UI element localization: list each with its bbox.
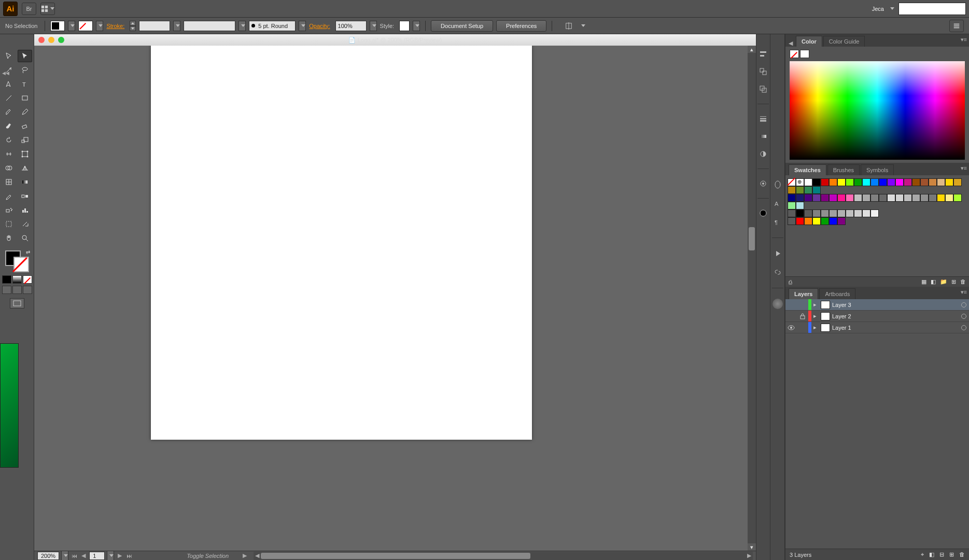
swatch[interactable] xyxy=(920,178,929,186)
mini-fill-none[interactable] xyxy=(790,50,799,58)
tab-swatches[interactable]: Swatches xyxy=(789,164,826,175)
swatch[interactable] xyxy=(862,194,870,202)
scroll-right-arrow[interactable]: ▶ xyxy=(746,552,753,559)
swatch[interactable] xyxy=(846,209,854,217)
user-name[interactable]: Jeca xyxy=(872,6,884,12)
swatch[interactable] xyxy=(829,194,837,202)
swatch[interactable] xyxy=(821,209,829,217)
swatch[interactable] xyxy=(920,194,929,202)
swatch[interactable] xyxy=(854,178,862,186)
color-spectrum[interactable] xyxy=(790,61,965,160)
swatch[interactable] xyxy=(953,178,962,186)
swatch[interactable] xyxy=(788,186,796,194)
tab-color-guide[interactable]: Color Guide xyxy=(823,36,865,47)
expand-layer-icon[interactable]: ▸ xyxy=(811,301,819,308)
control-panel-menu[interactable] xyxy=(949,20,964,32)
lasso-tool[interactable] xyxy=(18,64,32,76)
width-tool[interactable] xyxy=(2,148,16,160)
draw-normal[interactable] xyxy=(2,286,11,294)
artboard-tool[interactable] xyxy=(2,218,16,230)
zoom-field[interactable]: 200% xyxy=(37,552,59,560)
swatch[interactable] xyxy=(821,217,829,225)
swatch[interactable] xyxy=(945,194,953,202)
panel-icon-appearance[interactable] xyxy=(758,178,768,189)
panel-menu-button[interactable]: ▾≡ xyxy=(961,165,967,172)
swap-fill-stroke-icon[interactable]: ⇄ xyxy=(26,249,30,255)
horizontal-scroll-thumb[interactable] xyxy=(261,553,530,559)
expand-layer-icon[interactable]: ▸ xyxy=(811,313,819,319)
target-icon[interactable] xyxy=(959,314,969,319)
opacity-label[interactable]: Opacity: xyxy=(309,23,330,29)
panel-icon-graphic-styles[interactable] xyxy=(758,208,768,218)
selection-tool[interactable] xyxy=(2,50,16,62)
tab-color[interactable]: Color xyxy=(796,36,822,47)
eyedropper-tool[interactable] xyxy=(2,190,16,202)
eraser-tool[interactable] xyxy=(18,120,32,132)
swatch[interactable] xyxy=(837,194,846,202)
new-layer-icon[interactable]: ⊞ xyxy=(949,551,954,558)
stroke-color-box[interactable] xyxy=(13,257,29,272)
scale-tool[interactable] xyxy=(18,134,32,146)
swatch-kind-menu[interactable]: ▦ xyxy=(921,278,926,285)
panel-icon-stroke[interactable] xyxy=(758,114,768,124)
swatch[interactable] xyxy=(804,217,812,225)
document-setup-button[interactable]: Document Setup xyxy=(431,20,493,32)
collapse-arrows-icon[interactable]: ◀◀ xyxy=(2,71,9,76)
last-artboard-button[interactable]: ⏭ xyxy=(125,552,133,559)
panel-icon-opentype[interactable]: ¶ xyxy=(773,217,783,227)
mesh-tool[interactable] xyxy=(2,176,16,188)
zoom-window-button[interactable] xyxy=(58,37,64,43)
paintbrush-tool[interactable] xyxy=(2,106,16,118)
perspective-grid-tool[interactable] xyxy=(18,162,32,174)
swatch-options-icon[interactable]: ◧ xyxy=(931,278,936,285)
column-graph-tool[interactable] xyxy=(18,204,32,216)
swatch[interactable] xyxy=(929,194,937,202)
swatch[interactable] xyxy=(870,178,879,186)
swatch[interactable] xyxy=(945,178,953,186)
close-window-button[interactable] xyxy=(38,37,45,43)
swatch[interactable] xyxy=(895,194,904,202)
status-next-button[interactable]: ▶ xyxy=(241,552,248,559)
visibility-toggle[interactable] xyxy=(785,325,797,330)
swatch[interactable] xyxy=(796,202,804,209)
brush-definition[interactable]: 5 pt. Round xyxy=(249,21,296,31)
layer-name[interactable]: Layer 1 xyxy=(832,325,959,331)
graphic-style-dropdown[interactable] xyxy=(413,21,420,31)
swatch[interactable] xyxy=(812,194,821,202)
new-color-group-icon[interactable]: 📁 xyxy=(940,278,947,285)
delete-layer-icon[interactable]: 🗑 xyxy=(959,551,965,558)
graphic-style-swatch[interactable] xyxy=(399,21,410,31)
vertical-scrollbar[interactable]: ▴ ▾ xyxy=(748,46,756,551)
swatch[interactable] xyxy=(912,178,920,186)
swatch-libraries-icon[interactable]: ⎙ xyxy=(789,279,792,285)
swatch[interactable] xyxy=(937,178,945,186)
swatch[interactable] xyxy=(937,194,945,202)
stroke-label[interactable]: Stroke: xyxy=(106,23,124,29)
swatch[interactable] xyxy=(812,209,821,217)
slice-tool[interactable] xyxy=(18,218,32,230)
color-mode-solid[interactable] xyxy=(2,275,11,284)
panel-menu-button[interactable]: ▾≡ xyxy=(961,289,967,296)
panel-icon-pathfinder[interactable] xyxy=(758,84,768,94)
type-tool[interactable]: T xyxy=(18,78,32,90)
zoom-tool[interactable] xyxy=(18,232,32,244)
blend-tool[interactable] xyxy=(18,190,32,202)
stroke-dropdown[interactable] xyxy=(96,21,103,31)
shape-builder-tool[interactable] xyxy=(2,162,16,174)
swatch[interactable] xyxy=(788,202,796,209)
screen-mode-button[interactable] xyxy=(10,298,24,309)
chevron-down-icon[interactable] xyxy=(581,24,585,27)
fill-stroke-indicator[interactable]: ⇄ xyxy=(4,249,30,273)
panel-icon-actions[interactable] xyxy=(773,248,783,259)
swatch[interactable] xyxy=(804,186,812,194)
scroll-down-arrow[interactable]: ▾ xyxy=(748,543,756,551)
panel-icon-links[interactable] xyxy=(773,267,783,277)
swatch[interactable] xyxy=(887,194,895,202)
swatch[interactable] xyxy=(796,194,804,202)
panel-icon-align[interactable] xyxy=(758,49,768,59)
swatch[interactable] xyxy=(904,194,912,202)
draw-inside[interactable] xyxy=(23,286,32,294)
swatch[interactable] xyxy=(837,217,846,225)
layer-name[interactable]: Layer 3 xyxy=(832,302,959,308)
swatch-registration[interactable]: ⊕ xyxy=(796,178,804,186)
